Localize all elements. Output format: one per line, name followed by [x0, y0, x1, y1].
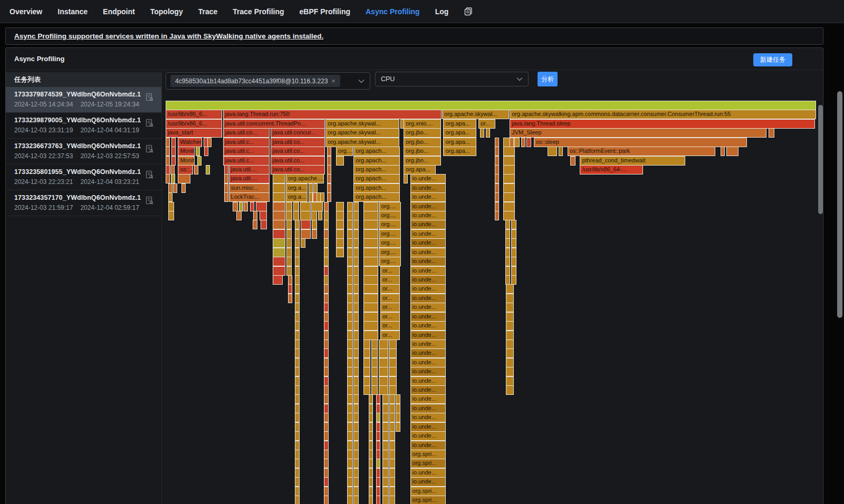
flame-frame[interactable] — [389, 487, 395, 496]
flame-frame[interactable] — [347, 376, 353, 386]
flame-frame[interactable] — [353, 248, 359, 257]
flame-frame[interactable] — [347, 340, 353, 349]
flame-frame[interactable]: org.apa... — [443, 119, 476, 129]
flame-frame[interactable] — [353, 358, 359, 367]
flame-frame[interactable] — [295, 284, 300, 294]
flame-frame[interactable] — [382, 487, 389, 496]
flame-frame[interactable] — [521, 138, 525, 147]
flame-frame[interactable]: org.... — [379, 220, 401, 229]
flame-frame[interactable]: org.spri... — [410, 496, 446, 504]
flame-frame[interactable] — [353, 284, 359, 294]
flame-frame[interactable]: or... — [380, 303, 400, 312]
flame-frame[interactable] — [295, 248, 300, 257]
flame-frame[interactable] — [389, 385, 397, 395]
flame-frame[interactable]: java.util.co... — [271, 147, 325, 156]
flame-frame[interactable] — [353, 450, 359, 459]
flame-frame[interactable] — [382, 394, 389, 404]
flame-frame[interactable] — [389, 477, 395, 487]
flame-frame[interactable] — [295, 487, 300, 496]
analyze-button[interactable]: 分析 — [538, 72, 558, 86]
flame-frame[interactable] — [295, 477, 300, 487]
flame-frame[interactable] — [336, 248, 344, 257]
flame-frame[interactable] — [347, 229, 353, 239]
flame-frame[interactable] — [324, 238, 329, 248]
flame-frame[interactable] — [347, 450, 353, 459]
nav-item-overview[interactable]: Overview — [9, 7, 42, 16]
flame-frame[interactable] — [273, 229, 285, 239]
flame-frame[interactable] — [503, 202, 515, 211]
flame-frame[interactable] — [224, 174, 228, 183]
flame-frame[interactable]: java.util.co... — [271, 138, 325, 147]
flame-frame[interactable] — [363, 312, 378, 322]
flame-frame[interactable]: io.unde... — [410, 358, 446, 367]
flame-frame[interactable] — [273, 211, 285, 220]
flame-frame[interactable] — [171, 147, 176, 156]
flame-frame[interactable] — [506, 331, 514, 340]
flame-frame[interactable] — [286, 229, 292, 239]
flame-frame[interactable] — [371, 367, 378, 376]
flame-frame[interactable] — [353, 487, 359, 496]
flame-frame[interactable] — [196, 147, 200, 156]
flame-frame[interactable]: java.lang.Thread.sleep — [510, 119, 814, 129]
flame-frame[interactable] — [495, 202, 499, 211]
flame-frame[interactable] — [324, 404, 329, 413]
flame-frame[interactable] — [244, 202, 248, 211]
flame-frame[interactable] — [273, 275, 282, 285]
flame-frame[interactable] — [371, 340, 378, 349]
flame-frame[interactable] — [363, 202, 378, 211]
flame-frame[interactable] — [327, 165, 331, 175]
flame-frame[interactable] — [197, 156, 202, 166]
flame-frame[interactable] — [288, 284, 292, 294]
flame-frame[interactable]: java.util.co... — [271, 165, 325, 175]
nav-item-async-profiling[interactable]: Async Profiling — [366, 7, 420, 16]
flame-frame[interactable] — [327, 147, 331, 156]
flame-frame[interactable]: io.unde... — [410, 183, 446, 193]
flame-frame[interactable]: pthread_cond_timedwait — [580, 156, 685, 166]
flame-frame[interactable] — [495, 192, 499, 202]
flame-frame[interactable]: org.apache.skywal... — [325, 119, 399, 129]
flame-frame[interactable] — [376, 477, 380, 487]
flame-frame[interactable] — [376, 394, 380, 404]
flame-frame[interactable] — [327, 192, 331, 202]
flame-frame[interactable] — [511, 275, 516, 285]
flame-frame[interactable] — [288, 294, 292, 303]
flame-frame[interactable]: io.unde... — [410, 238, 446, 248]
flame-frame[interactable]: io.unde... — [410, 477, 446, 487]
flame-frame[interactable] — [324, 229, 329, 239]
flame-frame[interactable]: java.util.co... — [271, 156, 325, 166]
flame-frame[interactable] — [207, 138, 212, 147]
flame-frame[interactable] — [295, 459, 300, 468]
flame-frame[interactable]: org.apa... — [404, 165, 435, 175]
flame-frame[interactable] — [363, 303, 378, 312]
flame-frame[interactable] — [505, 238, 511, 248]
flame-frame[interactable] — [353, 459, 359, 468]
flame-frame[interactable] — [353, 211, 359, 220]
flame-frame[interactable]: io.unde... — [410, 192, 446, 202]
flame-frame[interactable] — [311, 202, 323, 211]
flame-frame[interactable] — [347, 367, 353, 376]
flame-frame[interactable] — [336, 202, 344, 211]
flame-frame[interactable] — [239, 202, 243, 211]
flame-frame[interactable] — [295, 294, 300, 303]
flame-frame[interactable] — [295, 238, 300, 248]
flame-frame[interactable] — [295, 441, 300, 450]
flame-frame[interactable] — [389, 404, 395, 413]
flame-frame[interactable] — [166, 156, 170, 166]
flame-frame[interactable] — [396, 394, 400, 404]
flame-frame[interactable] — [721, 147, 725, 156]
flame-frame[interactable] — [236, 211, 242, 220]
flame-frame[interactable] — [389, 441, 395, 450]
flame-frame[interactable] — [369, 450, 373, 459]
flame-frame[interactable] — [300, 202, 311, 211]
flame-frame[interactable] — [206, 165, 210, 175]
flame-frame[interactable]: org.jbo... — [404, 138, 440, 147]
task-detail-button[interactable] — [145, 196, 154, 205]
flame-frame[interactable] — [347, 238, 353, 248]
flame-frame[interactable] — [353, 331, 359, 340]
flame-frame[interactable] — [295, 496, 300, 504]
flame-frame[interactable] — [353, 303, 359, 312]
flame-frame[interactable] — [353, 294, 359, 303]
flame-frame[interactable] — [389, 340, 397, 349]
flame-frame[interactable] — [324, 459, 329, 468]
flame-frame[interactable] — [324, 487, 329, 496]
